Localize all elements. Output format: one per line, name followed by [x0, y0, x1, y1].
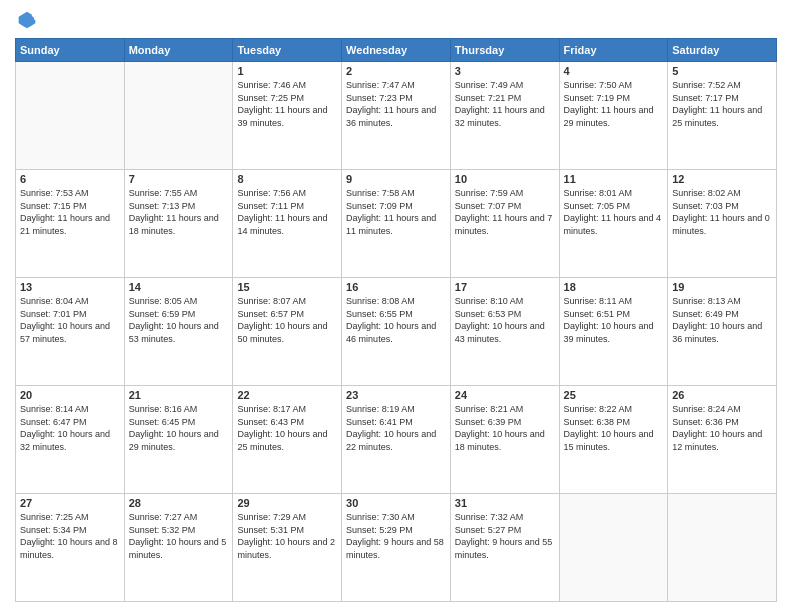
calendar-week-row: 13Sunrise: 8:04 AM Sunset: 7:01 PM Dayli…	[16, 278, 777, 386]
day-number: 3	[455, 65, 555, 77]
calendar-day-cell: 17Sunrise: 8:10 AM Sunset: 6:53 PM Dayli…	[450, 278, 559, 386]
day-info: Sunrise: 7:50 AM Sunset: 7:19 PM Dayligh…	[564, 79, 664, 129]
calendar-header-row: SundayMondayTuesdayWednesdayThursdayFrid…	[16, 39, 777, 62]
day-info: Sunrise: 7:27 AM Sunset: 5:32 PM Dayligh…	[129, 511, 229, 561]
day-number: 15	[237, 281, 337, 293]
calendar-day-cell: 27Sunrise: 7:25 AM Sunset: 5:34 PM Dayli…	[16, 494, 125, 602]
calendar-day-cell: 6Sunrise: 7:53 AM Sunset: 7:15 PM Daylig…	[16, 170, 125, 278]
day-info: Sunrise: 7:56 AM Sunset: 7:11 PM Dayligh…	[237, 187, 337, 237]
calendar-day-cell: 4Sunrise: 7:50 AM Sunset: 7:19 PM Daylig…	[559, 62, 668, 170]
calendar-day-cell: 1Sunrise: 7:46 AM Sunset: 7:25 PM Daylig…	[233, 62, 342, 170]
day-info: Sunrise: 7:30 AM Sunset: 5:29 PM Dayligh…	[346, 511, 446, 561]
day-number: 28	[129, 497, 229, 509]
day-info: Sunrise: 8:16 AM Sunset: 6:45 PM Dayligh…	[129, 403, 229, 453]
day-number: 22	[237, 389, 337, 401]
day-info: Sunrise: 8:11 AM Sunset: 6:51 PM Dayligh…	[564, 295, 664, 345]
day-info: Sunrise: 8:17 AM Sunset: 6:43 PM Dayligh…	[237, 403, 337, 453]
calendar-day-cell	[668, 494, 777, 602]
day-info: Sunrise: 8:05 AM Sunset: 6:59 PM Dayligh…	[129, 295, 229, 345]
calendar-day-cell: 12Sunrise: 8:02 AM Sunset: 7:03 PM Dayli…	[668, 170, 777, 278]
day-of-week-header: Wednesday	[342, 39, 451, 62]
day-number: 11	[564, 173, 664, 185]
calendar-day-cell: 18Sunrise: 8:11 AM Sunset: 6:51 PM Dayli…	[559, 278, 668, 386]
day-number: 9	[346, 173, 446, 185]
day-number: 12	[672, 173, 772, 185]
day-number: 5	[672, 65, 772, 77]
day-info: Sunrise: 8:02 AM Sunset: 7:03 PM Dayligh…	[672, 187, 772, 237]
calendar-day-cell: 23Sunrise: 8:19 AM Sunset: 6:41 PM Dayli…	[342, 386, 451, 494]
calendar-day-cell: 31Sunrise: 7:32 AM Sunset: 5:27 PM Dayli…	[450, 494, 559, 602]
day-info: Sunrise: 8:01 AM Sunset: 7:05 PM Dayligh…	[564, 187, 664, 237]
day-info: Sunrise: 7:52 AM Sunset: 7:17 PM Dayligh…	[672, 79, 772, 129]
day-number: 23	[346, 389, 446, 401]
day-number: 14	[129, 281, 229, 293]
day-number: 8	[237, 173, 337, 185]
calendar-day-cell: 2Sunrise: 7:47 AM Sunset: 7:23 PM Daylig…	[342, 62, 451, 170]
day-number: 20	[20, 389, 120, 401]
calendar-week-row: 27Sunrise: 7:25 AM Sunset: 5:34 PM Dayli…	[16, 494, 777, 602]
calendar-week-row: 6Sunrise: 7:53 AM Sunset: 7:15 PM Daylig…	[16, 170, 777, 278]
calendar-day-cell: 10Sunrise: 7:59 AM Sunset: 7:07 PM Dayli…	[450, 170, 559, 278]
day-number: 13	[20, 281, 120, 293]
calendar-day-cell	[16, 62, 125, 170]
calendar-day-cell: 9Sunrise: 7:58 AM Sunset: 7:09 PM Daylig…	[342, 170, 451, 278]
day-info: Sunrise: 8:24 AM Sunset: 6:36 PM Dayligh…	[672, 403, 772, 453]
header	[15, 10, 777, 30]
day-info: Sunrise: 8:22 AM Sunset: 6:38 PM Dayligh…	[564, 403, 664, 453]
calendar-week-row: 1Sunrise: 7:46 AM Sunset: 7:25 PM Daylig…	[16, 62, 777, 170]
calendar-day-cell: 20Sunrise: 8:14 AM Sunset: 6:47 PM Dayli…	[16, 386, 125, 494]
calendar-day-cell	[559, 494, 668, 602]
day-info: Sunrise: 8:04 AM Sunset: 7:01 PM Dayligh…	[20, 295, 120, 345]
day-number: 19	[672, 281, 772, 293]
calendar-day-cell: 22Sunrise: 8:17 AM Sunset: 6:43 PM Dayli…	[233, 386, 342, 494]
calendar-day-cell: 29Sunrise: 7:29 AM Sunset: 5:31 PM Dayli…	[233, 494, 342, 602]
logo	[15, 10, 37, 30]
day-number: 25	[564, 389, 664, 401]
calendar-day-cell: 21Sunrise: 8:16 AM Sunset: 6:45 PM Dayli…	[124, 386, 233, 494]
day-info: Sunrise: 8:14 AM Sunset: 6:47 PM Dayligh…	[20, 403, 120, 453]
calendar-week-row: 20Sunrise: 8:14 AM Sunset: 6:47 PM Dayli…	[16, 386, 777, 494]
day-number: 10	[455, 173, 555, 185]
day-info: Sunrise: 8:21 AM Sunset: 6:39 PM Dayligh…	[455, 403, 555, 453]
day-info: Sunrise: 7:55 AM Sunset: 7:13 PM Dayligh…	[129, 187, 229, 237]
day-info: Sunrise: 7:32 AM Sunset: 5:27 PM Dayligh…	[455, 511, 555, 561]
calendar: SundayMondayTuesdayWednesdayThursdayFrid…	[15, 38, 777, 602]
day-number: 24	[455, 389, 555, 401]
calendar-day-cell: 8Sunrise: 7:56 AM Sunset: 7:11 PM Daylig…	[233, 170, 342, 278]
day-info: Sunrise: 7:53 AM Sunset: 7:15 PM Dayligh…	[20, 187, 120, 237]
calendar-day-cell: 11Sunrise: 8:01 AM Sunset: 7:05 PM Dayli…	[559, 170, 668, 278]
day-number: 21	[129, 389, 229, 401]
day-number: 31	[455, 497, 555, 509]
day-of-week-header: Saturday	[668, 39, 777, 62]
day-info: Sunrise: 7:49 AM Sunset: 7:21 PM Dayligh…	[455, 79, 555, 129]
calendar-day-cell	[124, 62, 233, 170]
calendar-day-cell: 7Sunrise: 7:55 AM Sunset: 7:13 PM Daylig…	[124, 170, 233, 278]
calendar-day-cell: 13Sunrise: 8:04 AM Sunset: 7:01 PM Dayli…	[16, 278, 125, 386]
day-of-week-header: Monday	[124, 39, 233, 62]
calendar-day-cell: 5Sunrise: 7:52 AM Sunset: 7:17 PM Daylig…	[668, 62, 777, 170]
day-info: Sunrise: 7:47 AM Sunset: 7:23 PM Dayligh…	[346, 79, 446, 129]
day-of-week-header: Friday	[559, 39, 668, 62]
calendar-day-cell: 15Sunrise: 8:07 AM Sunset: 6:57 PM Dayli…	[233, 278, 342, 386]
day-number: 29	[237, 497, 337, 509]
calendar-day-cell: 3Sunrise: 7:49 AM Sunset: 7:21 PM Daylig…	[450, 62, 559, 170]
calendar-day-cell: 25Sunrise: 8:22 AM Sunset: 6:38 PM Dayli…	[559, 386, 668, 494]
day-of-week-header: Thursday	[450, 39, 559, 62]
day-number: 7	[129, 173, 229, 185]
logo-icon	[17, 10, 37, 30]
day-number: 1	[237, 65, 337, 77]
day-number: 18	[564, 281, 664, 293]
day-info: Sunrise: 8:07 AM Sunset: 6:57 PM Dayligh…	[237, 295, 337, 345]
day-number: 27	[20, 497, 120, 509]
calendar-day-cell: 28Sunrise: 7:27 AM Sunset: 5:32 PM Dayli…	[124, 494, 233, 602]
day-info: Sunrise: 7:29 AM Sunset: 5:31 PM Dayligh…	[237, 511, 337, 561]
day-number: 26	[672, 389, 772, 401]
day-info: Sunrise: 8:10 AM Sunset: 6:53 PM Dayligh…	[455, 295, 555, 345]
calendar-day-cell: 19Sunrise: 8:13 AM Sunset: 6:49 PM Dayli…	[668, 278, 777, 386]
day-number: 6	[20, 173, 120, 185]
calendar-day-cell: 16Sunrise: 8:08 AM Sunset: 6:55 PM Dayli…	[342, 278, 451, 386]
day-info: Sunrise: 8:13 AM Sunset: 6:49 PM Dayligh…	[672, 295, 772, 345]
day-number: 2	[346, 65, 446, 77]
day-number: 4	[564, 65, 664, 77]
day-number: 16	[346, 281, 446, 293]
